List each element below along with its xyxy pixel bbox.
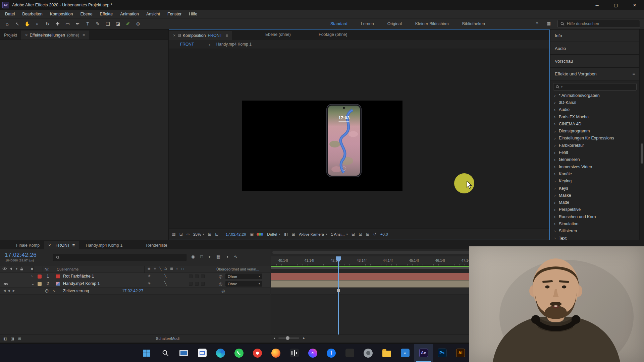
zoom-in-icon[interactable]: ▲ [302,336,306,340]
file-explorer-button[interactable] [377,344,396,362]
exposure-value[interactable]: +0,0 [380,232,388,236]
illustrator-taskbar-button[interactable]: Ai [451,344,470,362]
pixel-aspect-icon[interactable]: ⊡ [179,232,183,237]
effects-category-row[interactable]: › Kanäle [550,170,639,177]
home-tool-icon[interactable]: ⌂ [3,19,12,28]
minimize-button[interactable]: ─ [588,0,606,10]
panel-menu-icon[interactable]: ≡ [72,243,75,248]
effects-category-row[interactable]: › Stilisieren [550,228,639,235]
effects-category-row[interactable]: › Keying [550,178,639,185]
layer-name[interactable]: Rot Farbfläche 1 [63,274,94,279]
column-source-name[interactable]: Quellenname [57,267,78,271]
viewer-timecode[interactable]: 17:02:42:26 [226,232,246,236]
effects-search-input[interactable]: ▾ [553,83,637,90]
effects-category-row[interactable]: › Rauschen und Korn [550,213,639,220]
effects-category-row[interactable]: › Maske [550,192,639,199]
draft-3d-icon[interactable]: □ [200,254,203,259]
menu-item[interactable]: Bearbeiten [18,12,46,16]
code-app-button[interactable]: ‹› [396,344,414,362]
eraser-tool-icon[interactable]: ◪ [113,19,122,28]
parent-dropdown[interactable]: Ohne▾ [225,281,262,287]
effects-category-row[interactable]: › Matte [550,199,639,206]
whatsapp-button[interactable] [230,344,248,362]
toggle-layer-switches-icon[interactable]: ◧ [3,337,7,341]
effects-category-row[interactable]: › Simulation [550,220,639,227]
reset-exposure-icon[interactable]: ↺ [373,232,376,237]
shape-tool-icon[interactable]: ▭ [63,19,72,28]
workspace-grid-icon[interactable]: ▦ [547,21,551,26]
panel-header[interactable]: Vorschau [550,55,639,68]
show-channels-icon[interactable] [257,233,263,236]
resolution-icon[interactable]: ◧ [284,232,288,237]
close-icon[interactable]: × [173,33,176,38]
grid-options-icon[interactable]: ⊞ [208,232,211,237]
magnification-dropdown[interactable]: 25%▾ [193,232,204,236]
panel-header[interactable]: Info [550,29,639,42]
quality-switch[interactable]: ╲ [164,281,167,286]
workspace-tab[interactable]: Kleiner Bildschirm [415,21,449,26]
timeline-jump-icon[interactable]: ⊡ [359,232,362,237]
graph-editor-icon[interactable]: ∿ [234,254,237,259]
layer-row-2[interactable]: ⌄ 2 Handy.mp4 Komp 1 ✳ ╲ ◎ Ohne▾ [0,280,270,288]
effects-category-row[interactable]: › Immersives Video [550,163,639,170]
property-row-time-remap[interactable]: ◀◆▶ ◷ ∿ Zeitverzerrung 17:02:42:27 ◎ [0,288,270,295]
timeline-search-input[interactable] [53,254,186,261]
puppet-pin-tool-icon[interactable]: ⊕ [133,19,143,28]
brush-tool-icon[interactable]: ✎ [93,19,102,28]
workspace-tab[interactable]: Standard [330,21,347,26]
column-parent-link[interactable]: Übergeordnet und verkn... [216,267,267,271]
close-icon[interactable]: × [25,33,28,38]
orbit-camera-tool-icon[interactable]: ↻ [43,19,52,28]
type-tool-icon[interactable]: T [83,19,92,28]
parent-pickwhip-icon[interactable]: ◎ [219,281,222,286]
current-timecode[interactable]: 17:02:42:26 [5,252,37,258]
tab-projekt[interactable]: Projekt [0,31,21,40]
workspace-tab[interactable]: Lernen [361,21,374,26]
switch-box[interactable] [195,282,199,286]
menu-item[interactable]: Komposition [46,12,77,16]
switches-modes-button[interactable]: Schalter/Modi [144,337,191,341]
flowchart-icon[interactable]: ⊞ [366,232,369,237]
pan-behind-icon[interactable]: ⊟ [352,232,355,237]
desktop-app-button[interactable] [174,344,193,362]
photoshop-taskbar-button[interactable]: Ps [433,344,451,362]
grid-guides-dropdown[interactable]: Drittel▾ [267,232,280,236]
audio-app-button[interactable] [285,344,304,362]
breadcrumb-current-comp[interactable]: FRONT [180,42,194,47]
effects-category-row[interactable]: › Fehlt [550,149,639,156]
after-effects-taskbar-button[interactable]: Ae [414,344,433,362]
transparency-grid-icon[interactable]: ▦ [172,232,176,237]
panel-menu-icon[interactable]: ≡ [632,71,635,76]
roto-brush-tool-icon[interactable]: ✐ [123,19,132,28]
clone-stamp-tool-icon[interactable]: ❏ [103,19,112,28]
twirl-collapsed-icon[interactable]: › [31,274,33,279]
effects-category-row[interactable]: › 3D-Kanal [550,99,639,106]
panel-menu-icon[interactable]: ≡ [83,33,85,38]
tab-renderliste[interactable]: Renderliste [142,241,171,249]
effects-category-row[interactable]: › Audio [550,106,639,113]
effects-category-row[interactable]: › Dienstprogramm [550,127,639,134]
tab-layer-viewer[interactable]: Ebene (ohne) [265,32,291,37]
parent-pickwhip-icon[interactable]: ◎ [219,274,222,279]
effects-category-row[interactable]: › * Animationsvorgaben [550,92,639,99]
close-icon[interactable]: × [48,243,51,248]
column-nr[interactable]: Nr. [45,267,49,271]
layer-row-1[interactable]: › 1 Rot Farbfläche 1 ✳ ╲ ◎ Ohne▾ [0,273,270,280]
switch-box[interactable] [189,275,193,278]
keyframe-marker[interactable] [337,289,340,292]
timeline-zoom-slider[interactable] [278,338,299,339]
scrollbar-thumb[interactable] [641,143,643,164]
switch-box[interactable] [201,282,205,286]
hide-shy-layers-icon[interactable]: ◐ [208,254,211,259]
settings-app-button[interactable] [359,344,377,362]
property-value[interactable]: 17:02:42:27 [122,289,143,293]
panel-menu-icon[interactable]: ≡ [225,33,228,38]
view-options-icon[interactable]: ∞ [186,232,190,237]
facebook-button[interactable]: f [322,344,340,362]
tab-footage-viewer[interactable]: Footage (ohne) [319,32,347,37]
scrollbar[interactable] [640,29,644,240]
maximize-button[interactable]: ▢ [606,0,625,10]
property-name[interactable]: Zeitverzerrung [63,289,89,293]
menu-item[interactable]: Ebene [76,12,96,16]
mail-app-button[interactable] [193,344,211,362]
